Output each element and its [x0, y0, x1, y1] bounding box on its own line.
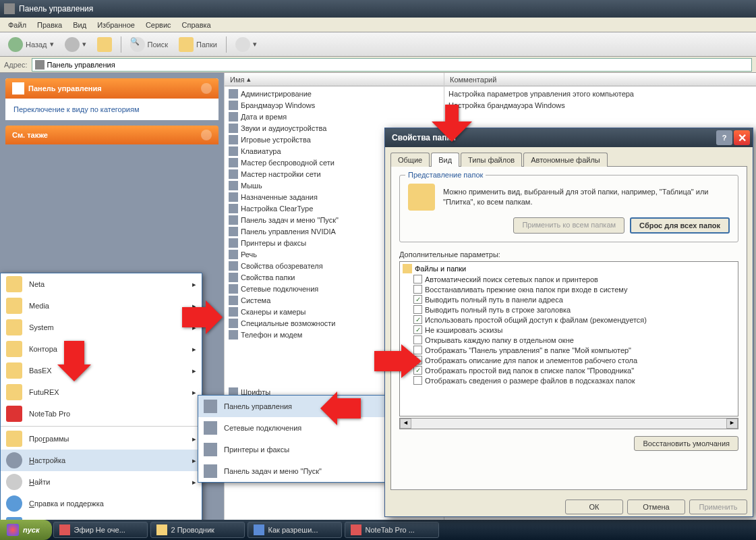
- search-button[interactable]: 🔍Поиск: [126, 36, 172, 53]
- sort-icon: ▴: [247, 75, 251, 84]
- panel-icon: [12, 82, 24, 94]
- red-arrow-icon: [57, 341, 91, 383]
- start-menu-item[interactable]: Справка и поддержка: [1, 493, 202, 514]
- forward-button[interactable]: ▾: [61, 36, 90, 53]
- help-button[interactable]: ?: [716, 130, 732, 145]
- chevron-up-icon[interactable]: [201, 130, 212, 140]
- item-icon: [229, 101, 238, 110]
- restore-defaults-button[interactable]: Восстановить умолчания: [634, 436, 738, 451]
- tab[interactable]: Общие: [390, 153, 430, 167]
- scroll-right-button[interactable]: ►: [726, 418, 738, 429]
- item-icon: [229, 296, 238, 305]
- start-menu-item[interactable]: Контора▸: [1, 338, 202, 360]
- menu-item[interactable]: Вид: [67, 19, 92, 31]
- menu-item[interactable]: Сервис: [140, 19, 177, 31]
- forward-icon: [65, 37, 80, 52]
- checkbox[interactable]: ✓: [413, 325, 422, 334]
- checkbox[interactable]: [413, 285, 422, 294]
- param-checkbox-item[interactable]: Отображать сведения о размере файлов в п…: [401, 375, 736, 385]
- start-menu-item[interactable]: Найти▸: [1, 471, 202, 493]
- menu-item[interactable]: Правка: [32, 19, 67, 31]
- taskbar-item[interactable]: Эфир Не оче...: [53, 522, 148, 538]
- start-button[interactable]: пуск: [0, 520, 52, 540]
- param-checkbox-item[interactable]: ✓Использовать простой общий доступ к фай…: [401, 315, 736, 325]
- item-icon: [229, 135, 238, 144]
- cancel-button[interactable]: Отмена: [627, 500, 685, 514]
- views-button[interactable]: ▾: [231, 36, 261, 53]
- up-button[interactable]: [93, 36, 116, 53]
- windows-icon: [7, 524, 19, 536]
- folders-icon: [179, 37, 194, 52]
- taskbar-item[interactable]: 2 Проводник: [150, 522, 245, 538]
- folder-icon: [6, 362, 22, 379]
- param-checkbox-item[interactable]: Отображать описание для папок и элементо…: [401, 355, 736, 365]
- checkbox[interactable]: ✓: [413, 295, 422, 304]
- checkbox[interactable]: [413, 335, 422, 344]
- horizontal-scrollbar[interactable]: ◄ ►: [399, 418, 738, 429]
- taskbar-item[interactable]: NoteTab Pro ...: [345, 522, 439, 538]
- reset-all-button[interactable]: Сброс для всех папок: [630, 217, 730, 234]
- start-menu-item[interactable]: Программы▸: [1, 428, 202, 450]
- checkbox[interactable]: [413, 275, 422, 284]
- address-field[interactable]: Панель управления: [32, 58, 752, 72]
- svg-marker-4: [374, 344, 421, 378]
- param-checkbox-item[interactable]: Восстанавливать прежние окна папок при в…: [401, 284, 736, 294]
- param-checkbox-item[interactable]: ✓Выводить полный путь в панели адреса: [401, 294, 736, 304]
- params-listbox[interactable]: Файлы и папкиАвтоматический поиск сетевы…: [399, 261, 738, 416]
- panel-header[interactable]: Панель управления: [5, 78, 219, 99]
- submenu-arrow-icon: ▸: [192, 435, 196, 443]
- tab[interactable]: Типы файлов: [461, 153, 522, 167]
- close-button[interactable]: ✕: [734, 130, 750, 145]
- list-item[interactable]: Администрирование: [225, 88, 444, 99]
- back-button[interactable]: Назад ▾: [4, 36, 58, 53]
- taskbar-item[interactable]: Как разреши...: [248, 522, 342, 538]
- column-header-name[interactable]: Имя▴: [225, 73, 444, 86]
- start-menu-item[interactable]: Media▸: [1, 295, 202, 317]
- app-icon: [156, 524, 167, 535]
- item-icon: [229, 273, 238, 282]
- param-checkbox-item[interactable]: ✓Не кэшировать эскизы: [401, 325, 736, 335]
- folder-view-group: Представление папок Можно применить вид,…: [399, 175, 738, 242]
- start-menu-item[interactable]: Настройка▸: [1, 450, 202, 471]
- menu-item[interactable]: Файл: [3, 19, 32, 31]
- chevron-up-icon[interactable]: [201, 83, 212, 94]
- param-checkbox-item[interactable]: ✓Отображать простой вид папок в списке п…: [401, 365, 736, 375]
- submenu-item[interactable]: Панель задач и меню "Пуск": [198, 460, 386, 482]
- folders-button[interactable]: Папки: [175, 36, 221, 53]
- red-arrow-icon: [182, 300, 223, 335]
- param-checkbox-item[interactable]: Выводить полный путь в строке заголовка: [401, 304, 736, 315]
- start-menu-item[interactable]: BasEX▸: [1, 360, 202, 381]
- scroll-track[interactable]: [411, 418, 726, 429]
- tab[interactable]: Автономные файлы: [523, 153, 608, 167]
- red-arrow-icon: [432, 101, 472, 143]
- back-icon: [8, 37, 23, 52]
- checkbox[interactable]: ✓: [413, 315, 422, 324]
- submenu-item[interactable]: Принтеры и факсы: [198, 439, 386, 460]
- list-item[interactable]: Дата и время: [225, 111, 444, 122]
- menu-item[interactable]: Справка: [177, 19, 216, 31]
- tab[interactable]: Вид: [431, 153, 459, 167]
- apply-button[interactable]: Применить: [689, 500, 747, 514]
- start-menu-item[interactable]: System▸: [1, 317, 202, 338]
- switch-view-link[interactable]: Переключение к виду по категориям: [13, 105, 139, 113]
- list-item[interactable]: Брандмауэр Windows: [225, 99, 444, 111]
- addressbar: Адрес: Панель управления: [0, 57, 756, 73]
- taskbar: пуск Эфир Не оче...2 ПроводникКак разреш…: [0, 520, 756, 540]
- param-checkbox-item[interactable]: Отображать "Панель управления" в папке "…: [401, 345, 736, 355]
- checkbox[interactable]: [413, 305, 422, 314]
- ok-button[interactable]: ОК: [565, 500, 623, 514]
- scroll-left-button[interactable]: ◄: [400, 418, 411, 429]
- apply-all-button[interactable]: Применить ко всем папкам: [513, 217, 624, 234]
- column-header-comment[interactable]: Комментарий: [444, 73, 756, 86]
- menu-item[interactable]: Избранное: [92, 19, 140, 31]
- item-icon: [229, 215, 238, 225]
- folder-icon: [6, 431, 22, 447]
- start-menu-item[interactable]: FutuREX▸: [1, 381, 202, 403]
- panel-header[interactable]: См. также: [5, 126, 219, 144]
- param-checkbox-item[interactable]: Открывать каждую папку в отдельном окне: [401, 335, 736, 345]
- param-checkbox-item[interactable]: Автоматический поиск сетевых папок и при…: [401, 274, 736, 284]
- item-icon: [229, 284, 238, 294]
- start-menu-item[interactable]: NoteTab Pro: [1, 403, 202, 425]
- start-menu-item[interactable]: Neta▸: [1, 273, 202, 295]
- comment-body: Настройка параметров управления этого ко…: [444, 86, 756, 112]
